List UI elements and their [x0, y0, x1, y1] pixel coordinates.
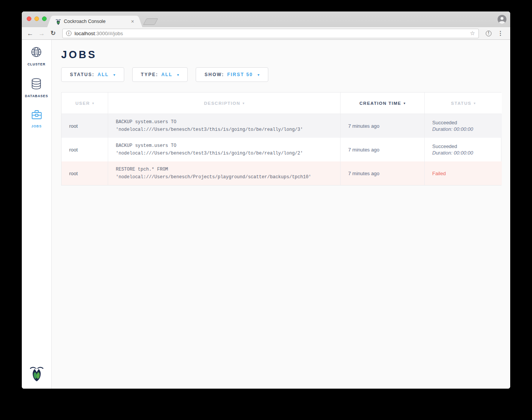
app-content: CLUSTER DATABASES	[22, 40, 510, 389]
column-label: USER	[75, 101, 90, 106]
filter-value: FIRST 50	[227, 72, 253, 77]
tab-title: Cockroach Console	[64, 19, 128, 24]
sidebar-item-jobs[interactable]: JOBS	[31, 109, 42, 128]
sort-caret-icon: ▾	[92, 101, 94, 105]
status-badge: Succeeded	[432, 143, 494, 149]
column-label: CREATION TIME	[360, 101, 401, 106]
page-title: JOBS	[61, 49, 510, 61]
column-header-user[interactable]: USER ▾	[62, 93, 108, 114]
column-header-creation-time[interactable]: CREATION TIME ▾	[341, 93, 425, 114]
job-status: Succeeded Duration: 00:00:00	[425, 138, 502, 161]
sidebar-item-label: JOBS	[31, 124, 42, 128]
traffic-lights	[27, 16, 47, 21]
table-row: root RESTORE tpch.* FROM 'nodelocal:///U…	[62, 161, 501, 185]
address-bar[interactable]: i localhost:3000/#/jobs ☆	[62, 29, 479, 38]
back-icon[interactable]: ←	[26, 30, 35, 37]
sort-caret-icon: ▾	[474, 101, 475, 105]
job-status: Failed	[425, 161, 502, 185]
sort-caret-icon: ▾	[243, 101, 245, 105]
description-line: BACKUP system.users TO	[116, 142, 332, 150]
profile-avatar-icon[interactable]	[498, 15, 506, 24]
tab-strip: Cockroach Console ×	[22, 11, 510, 27]
tab-close-icon[interactable]: ×	[131, 19, 134, 24]
chevron-down-icon: ▾	[114, 73, 115, 77]
briefcase-icon	[31, 109, 42, 122]
zoom-window-button[interactable]	[42, 16, 47, 21]
status-badge: Succeeded	[432, 120, 494, 125]
close-window-button[interactable]	[27, 16, 31, 21]
filter-bar: STATUS: ALL ▾ TYPE: ALL ▾ SHOW: FIRST 50…	[61, 67, 510, 82]
cockroach-favicon-icon	[55, 18, 61, 25]
forward-icon: →	[37, 30, 46, 37]
description-line: 'nodelocal:///Users/benesch/Projects/pla…	[116, 173, 332, 181]
table-row: root BACKUP system.users TO 'nodelocal:/…	[62, 114, 501, 138]
database-icon	[31, 78, 42, 91]
filter-value: ALL	[161, 72, 172, 77]
filter-label: STATUS:	[70, 72, 94, 77]
browser-toolbar: ← → ↻ i localhost:3000/#/jobs ☆ ! ⋮	[22, 27, 510, 40]
job-description: BACKUP system.users TO 'nodelocal:///Use…	[108, 138, 341, 161]
filter-label: TYPE:	[141, 72, 158, 77]
table-row: root BACKUP system.users TO 'nodelocal:/…	[62, 138, 501, 161]
show-filter-dropdown[interactable]: SHOW: FIRST 50 ▾	[196, 67, 268, 82]
minimize-window-button[interactable]	[34, 16, 39, 21]
table-header-row: USER ▾ DESCRIPTION ▾ CREATION TIME ▾ STA…	[62, 93, 501, 114]
reload-icon[interactable]: ↻	[49, 30, 58, 36]
job-user: root	[69, 147, 100, 153]
sidebar-item-label: DATABASES	[25, 94, 48, 98]
type-filter-dropdown[interactable]: TYPE: ALL ▾	[132, 67, 188, 82]
sort-caret-icon: ▾	[404, 101, 405, 105]
chrome-menu-icon[interactable]: ⋮	[498, 30, 503, 37]
cockroach-logo-icon	[29, 364, 44, 383]
job-creation-time: 7 minutes ago	[348, 147, 417, 153]
sidebar-item-databases[interactable]: DATABASES	[25, 78, 48, 98]
globe-icon	[30, 46, 42, 60]
browser-window: Cockroach Console × ← → ↻ i localhost:30…	[22, 11, 510, 389]
url-host: localhost	[75, 31, 95, 36]
column-label: DESCRIPTION	[204, 101, 240, 106]
filter-value: ALL	[97, 72, 109, 77]
url-path: :3000/#/jobs	[95, 31, 123, 36]
job-duration: Duration: 00:00:00	[432, 150, 494, 156]
column-header-status[interactable]: STATUS ▾	[425, 93, 502, 114]
chevron-down-icon: ▾	[177, 73, 179, 77]
page-info-icon[interactable]: i	[66, 31, 71, 36]
sidebar-item-cluster[interactable]: CLUSTER	[28, 46, 45, 66]
browser-tab[interactable]: Cockroach Console ×	[52, 16, 137, 27]
job-duration: Duration: 00:00:00	[432, 126, 494, 132]
jobs-table: USER ▾ DESCRIPTION ▾ CREATION TIME ▾ STA…	[61, 92, 501, 186]
url-text[interactable]: localhost:3000/#/jobs	[75, 31, 467, 36]
status-badge: Failed	[432, 171, 494, 176]
job-description: RESTORE tpch.* FROM 'nodelocal:///Users/…	[108, 161, 341, 185]
job-user: root	[69, 171, 100, 176]
column-header-description[interactable]: DESCRIPTION ▾	[108, 93, 341, 114]
status-filter-dropdown[interactable]: STATUS: ALL ▾	[61, 67, 124, 82]
chevron-down-icon: ▾	[258, 73, 260, 77]
description-line: BACKUP system.users TO	[116, 118, 332, 126]
job-user: root	[69, 123, 100, 129]
jobs-page: JOBS STATUS: ALL ▾ TYPE: ALL ▾ SHOW: FIR…	[52, 40, 510, 389]
description-line: RESTORE tpch.* FROM	[116, 166, 332, 173]
description-line: 'nodelocal:///Users/benesch/test3/this/i…	[116, 126, 332, 133]
column-label: STATUS	[451, 101, 471, 106]
job-description: BACKUP system.users TO 'nodelocal:///Use…	[108, 114, 341, 138]
filter-label: SHOW:	[204, 72, 224, 77]
bookmark-star-icon[interactable]: ☆	[470, 30, 475, 37]
extension-icon[interactable]: !	[486, 31, 491, 36]
sidebar-nav: CLUSTER DATABASES	[22, 40, 52, 389]
sidebar-item-label: CLUSTER	[28, 62, 45, 66]
job-status: Succeeded Duration: 00:00:00	[425, 114, 502, 138]
job-creation-time: 7 minutes ago	[348, 123, 417, 129]
job-creation-time: 7 minutes ago	[348, 171, 417, 176]
description-line: 'nodelocal:///Users/benesch/test3/this/i…	[116, 150, 332, 157]
new-tab-button[interactable]	[143, 18, 158, 25]
